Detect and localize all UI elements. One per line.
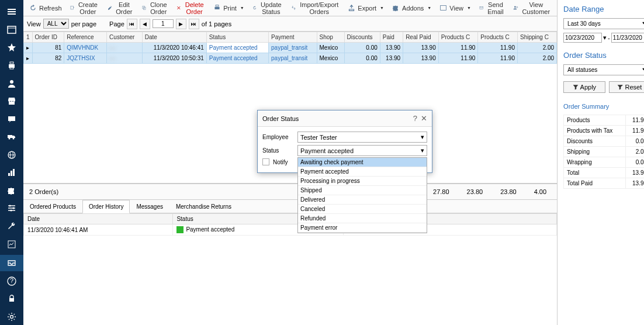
window-icon[interactable] <box>0 22 23 39</box>
inbox-icon[interactable] <box>0 255 23 272</box>
status-option[interactable]: Payment accepted <box>298 167 427 177</box>
col-real-paid[interactable]: Real Paid <box>403 32 439 43</box>
col-payment[interactable]: Payment <box>269 32 317 43</box>
globe-icon[interactable] <box>0 147 23 164</box>
truck-icon[interactable] <box>0 129 23 146</box>
modal-close-icon[interactable]: ✕ <box>421 114 427 123</box>
col-products-c2[interactable]: Products C <box>478 32 518 43</box>
status-option[interactable]: Canceled <box>298 205 427 214</box>
status-option[interactable]: Awaiting check payment <box>298 158 427 167</box>
last-page-button[interactable]: ⏭ <box>189 19 199 29</box>
svg-rect-14 <box>11 171 12 176</box>
order-count: 2 Order(s) <box>29 188 58 195</box>
wrench-icon[interactable] <box>0 218 23 235</box>
sidebar: ? <box>0 0 23 325</box>
col-reference[interactable]: Reference <box>64 32 107 43</box>
clone-order-button[interactable]: Clone Order <box>139 0 172 17</box>
summary-row: Products with Tax11.90 <box>564 126 644 136</box>
col-products-c1[interactable]: Products C <box>438 32 478 43</box>
history-col-date[interactable]: Date <box>24 214 173 224</box>
col-discounts[interactable]: Discounts <box>344 32 380 43</box>
message-icon[interactable] <box>0 110 23 127</box>
view-button[interactable]: View▼ <box>436 2 475 13</box>
tab-order-history[interactable]: Order History <box>82 200 130 213</box>
status-option[interactable]: Payment error <box>298 223 427 233</box>
date-to-input[interactable] <box>611 33 644 43</box>
tab-merchandise-returns[interactable]: Merchandise Returns <box>169 200 238 213</box>
edit-order-button[interactable]: Edit Order <box>104 0 137 17</box>
summary-row: Total13.90 <box>564 168 644 178</box>
puzzle-icon[interactable] <box>0 182 23 199</box>
help-icon[interactable]: ? <box>0 272 23 289</box>
next-page-button[interactable]: ▶ <box>176 19 186 29</box>
col-expand[interactable]: 1 <box>24 32 33 43</box>
page-label: Page <box>109 20 124 27</box>
svg-rect-25 <box>143 6 145 9</box>
apply-button[interactable]: Apply <box>563 81 605 93</box>
print-button[interactable]: Print▼ <box>210 2 248 13</box>
svg-rect-22 <box>9 298 14 302</box>
col-paid[interactable]: Paid <box>380 32 403 43</box>
page-input[interactable] <box>153 19 174 28</box>
first-page-button[interactable]: ⏮ <box>127 19 137 29</box>
refresh-button[interactable]: Refresh <box>26 2 65 13</box>
status-option[interactable]: Processing in progress <box>298 177 427 186</box>
col-status[interactable]: Status <box>206 32 268 43</box>
history-row[interactable]: 11/3/2020 10:46:41 AMPayment accepted <box>24 224 557 236</box>
status-label: Status <box>262 147 294 154</box>
tab-messages[interactable]: Messages <box>130 200 169 213</box>
of-pages: of 1 pages <box>202 20 231 27</box>
notify-checkbox[interactable] <box>262 158 269 165</box>
sliders-icon[interactable] <box>0 200 23 217</box>
col-shop[interactable]: Shop <box>317 32 344 43</box>
svg-rect-29 <box>441 5 446 10</box>
grid-footer: 2 Order(s) 0.0027.8027.8023.8023.804.00 <box>23 184 557 200</box>
person-icon[interactable] <box>0 75 23 92</box>
menu-icon[interactable] <box>0 4 23 20</box>
date-from-input[interactable] <box>563 33 602 43</box>
chart-icon[interactable] <box>0 164 23 181</box>
col-date[interactable]: Date <box>142 32 206 43</box>
table-row[interactable]: ▸81QIMVHNDK—11/3/2020 10:46:41Payment ac… <box>24 43 557 53</box>
view-customer-button[interactable]: View Customer <box>510 0 555 17</box>
table-row[interactable]: ▸82JQZTHSIX—11/3/2020 10:50:31Payment ac… <box>24 53 557 64</box>
prev-page-button[interactable]: ◀ <box>140 19 150 29</box>
status-option[interactable]: Delivered <box>298 195 427 205</box>
modal-help-icon[interactable]: ? <box>413 114 417 123</box>
col-shipping[interactable]: Shipping C <box>518 32 557 43</box>
delete-order-button[interactable]: Delete Order <box>173 0 209 17</box>
svg-point-23 <box>11 315 13 318</box>
col-order-id[interactable]: Order ID <box>32 32 64 43</box>
summary-row: Wrapping0.00 <box>564 157 644 168</box>
star-icon[interactable] <box>0 39 23 56</box>
summary-title: Order Summary⟳ <box>563 102 644 110</box>
status-select[interactable]: Payment accepted▾ <box>297 145 427 156</box>
status-option[interactable]: Refunded <box>298 214 427 223</box>
svg-rect-26 <box>143 7 146 9</box>
reset-button[interactable]: Reset <box>609 81 644 93</box>
create-order-button[interactable]: Create Order <box>67 0 103 17</box>
status-filter-select[interactable]: All statuses <box>563 64 644 75</box>
print-icon[interactable] <box>0 57 23 74</box>
col-customer[interactable]: Customer <box>107 32 143 43</box>
shop-icon[interactable] <box>0 93 23 110</box>
date-range-select[interactable]: Last 30 days <box>563 18 644 29</box>
pager: View ALL per page Page ⏮ ◀ ▶ ⏭ of 1 page… <box>23 16 557 32</box>
import-export-button[interactable]: Import/Export Orders <box>288 0 343 17</box>
svg-rect-6 <box>8 116 15 121</box>
summary-row: Shipping2.00 <box>564 147 644 157</box>
update-status-button[interactable]: Update Status <box>249 0 286 17</box>
export-button[interactable]: Export▼ <box>344 2 387 13</box>
tab-ordered-products[interactable]: Ordered Products <box>23 200 82 213</box>
send-email-button[interactable]: Send Email <box>476 0 509 17</box>
svg-point-32 <box>517 6 518 8</box>
view-select[interactable]: ALL <box>43 19 69 29</box>
employee-select[interactable]: Tester Tester▾ <box>297 132 427 143</box>
status-option[interactable]: Shipped <box>298 186 427 195</box>
per-page-label: per page <box>71 20 96 27</box>
lock-icon[interactable] <box>0 291 23 307</box>
gear-icon[interactable] <box>0 309 23 325</box>
addons-button[interactable]: Addons▼ <box>389 2 435 13</box>
chart2-icon[interactable] <box>0 236 23 253</box>
toolbar: Refresh Create Order Edit Order Clone Or… <box>23 0 557 16</box>
